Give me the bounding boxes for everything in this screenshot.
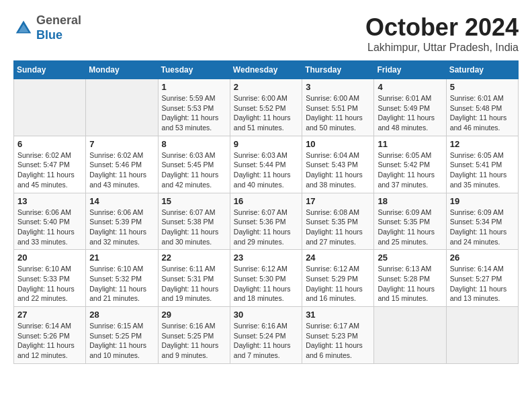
day-number: 26 [450, 253, 515, 263]
day-info: Sunrise: 6:16 AMSunset: 5:25 PMDaylight:… [162, 321, 226, 361]
col-header-monday: Monday [86, 61, 158, 79]
location: Lakhimpur, Uttar Pradesh, India [365, 42, 519, 54]
calendar-cell: 14Sunrise: 6:06 AMSunset: 5:39 PMDayligh… [86, 193, 158, 250]
calendar-cell: 6Sunrise: 6:02 AMSunset: 5:47 PMDaylight… [14, 136, 86, 193]
col-header-wednesday: Wednesday [230, 61, 302, 79]
day-info: Sunrise: 6:07 AMSunset: 5:36 PMDaylight:… [234, 208, 298, 247]
calendar-cell: 26Sunrise: 6:14 AMSunset: 5:27 PMDayligh… [446, 250, 518, 307]
calendar-cell: 4Sunrise: 6:01 AMSunset: 5:49 PMDaylight… [374, 79, 446, 136]
day-info: Sunrise: 6:02 AMSunset: 5:46 PMDaylight:… [89, 150, 154, 190]
week-row: 1Sunrise: 5:59 AMSunset: 5:53 PMDaylight… [14, 79, 519, 136]
day-info: Sunrise: 6:11 AMSunset: 5:31 PMDaylight:… [162, 264, 226, 304]
day-info: Sunrise: 6:02 AMSunset: 5:47 PMDaylight:… [17, 150, 82, 190]
week-row: 13Sunrise: 6:06 AMSunset: 5:40 PMDayligh… [14, 193, 519, 250]
day-info: Sunrise: 6:14 AMSunset: 5:26 PMDaylight:… [17, 321, 82, 361]
calendar-cell: 15Sunrise: 6:07 AMSunset: 5:38 PMDayligh… [158, 193, 230, 250]
logo-text: General Blue [36, 13, 81, 42]
day-info: Sunrise: 6:05 AMSunset: 5:41 PMDaylight:… [450, 150, 515, 190]
day-number: 24 [306, 253, 370, 263]
day-number: 31 [306, 310, 370, 320]
calendar-cell: 28Sunrise: 6:15 AMSunset: 5:25 PMDayligh… [86, 307, 158, 364]
calendar-cell: 23Sunrise: 6:12 AMSunset: 5:30 PMDayligh… [230, 250, 302, 307]
calendar-cell [446, 307, 518, 364]
day-number: 25 [378, 253, 442, 263]
day-info: Sunrise: 6:10 AMSunset: 5:33 PMDaylight:… [17, 264, 82, 304]
day-number: 15 [162, 196, 226, 206]
logo-icon [13, 18, 34, 38]
day-number: 19 [450, 196, 515, 206]
calendar-cell: 13Sunrise: 6:06 AMSunset: 5:40 PMDayligh… [14, 193, 86, 250]
day-info: Sunrise: 6:13 AMSunset: 5:28 PMDaylight:… [378, 264, 442, 304]
title-block: October 2024 Lakhimpur, Uttar Pradesh, I… [365, 13, 519, 54]
week-row: 6Sunrise: 6:02 AMSunset: 5:47 PMDaylight… [14, 136, 519, 193]
calendar-cell [86, 79, 158, 136]
day-info: Sunrise: 6:17 AMSunset: 5:23 PMDaylight:… [306, 321, 370, 361]
day-info: Sunrise: 6:12 AMSunset: 5:29 PMDaylight:… [306, 264, 370, 304]
calendar-cell: 22Sunrise: 6:11 AMSunset: 5:31 PMDayligh… [158, 250, 230, 307]
calendar: SundayMondayTuesdayWednesdayThursdayFrid… [13, 60, 519, 364]
day-number: 10 [306, 139, 370, 149]
day-number: 9 [234, 139, 298, 149]
header-row: SundayMondayTuesdayWednesdayThursdayFrid… [14, 61, 519, 79]
day-info: Sunrise: 6:12 AMSunset: 5:30 PMDaylight:… [234, 264, 298, 304]
calendar-cell: 19Sunrise: 6:09 AMSunset: 5:34 PMDayligh… [446, 193, 518, 250]
day-info: Sunrise: 6:10 AMSunset: 5:32 PMDaylight:… [89, 264, 154, 304]
calendar-cell: 27Sunrise: 6:14 AMSunset: 5:26 PMDayligh… [14, 307, 86, 364]
day-number: 23 [234, 253, 298, 263]
col-header-sunday: Sunday [14, 61, 86, 79]
day-number: 17 [306, 196, 370, 206]
calendar-header: SundayMondayTuesdayWednesdayThursdayFrid… [14, 61, 519, 79]
day-number: 12 [450, 139, 515, 149]
week-row: 20Sunrise: 6:10 AMSunset: 5:33 PMDayligh… [14, 250, 519, 307]
calendar-cell: 11Sunrise: 6:05 AMSunset: 5:42 PMDayligh… [374, 136, 446, 193]
calendar-cell: 21Sunrise: 6:10 AMSunset: 5:32 PMDayligh… [86, 250, 158, 307]
week-row: 27Sunrise: 6:14 AMSunset: 5:26 PMDayligh… [14, 307, 519, 364]
calendar-cell: 29Sunrise: 6:16 AMSunset: 5:25 PMDayligh… [158, 307, 230, 364]
col-header-friday: Friday [374, 61, 446, 79]
day-number: 27 [17, 310, 82, 320]
day-number: 2 [234, 82, 298, 92]
day-number: 29 [162, 310, 226, 320]
day-number: 7 [89, 139, 154, 149]
col-header-tuesday: Tuesday [158, 61, 230, 79]
day-number: 13 [17, 196, 82, 206]
calendar-cell: 24Sunrise: 6:12 AMSunset: 5:29 PMDayligh… [302, 250, 374, 307]
day-info: Sunrise: 6:14 AMSunset: 5:27 PMDaylight:… [450, 264, 515, 304]
day-info: Sunrise: 6:16 AMSunset: 5:24 PMDaylight:… [234, 321, 298, 361]
col-header-thursday: Thursday [302, 61, 374, 79]
logo: General Blue [13, 13, 81, 42]
day-info: Sunrise: 6:01 AMSunset: 5:48 PMDaylight:… [450, 93, 515, 133]
calendar-cell: 7Sunrise: 6:02 AMSunset: 5:46 PMDaylight… [86, 136, 158, 193]
page-header: General Blue October 2024 Lakhimpur, Utt… [13, 13, 519, 54]
day-number: 1 [162, 82, 226, 92]
day-info: Sunrise: 6:00 AMSunset: 5:52 PMDaylight:… [234, 93, 298, 133]
calendar-cell: 16Sunrise: 6:07 AMSunset: 5:36 PMDayligh… [230, 193, 302, 250]
day-number: 20 [17, 253, 82, 263]
day-info: Sunrise: 5:59 AMSunset: 5:53 PMDaylight:… [162, 93, 226, 133]
calendar-cell: 25Sunrise: 6:13 AMSunset: 5:28 PMDayligh… [374, 250, 446, 307]
calendar-cell [374, 307, 446, 364]
day-info: Sunrise: 6:00 AMSunset: 5:51 PMDaylight:… [306, 93, 370, 133]
calendar-cell: 20Sunrise: 6:10 AMSunset: 5:33 PMDayligh… [14, 250, 86, 307]
calendar-cell: 1Sunrise: 5:59 AMSunset: 5:53 PMDaylight… [158, 79, 230, 136]
day-number: 16 [234, 196, 298, 206]
calendar-cell: 10Sunrise: 6:04 AMSunset: 5:43 PMDayligh… [302, 136, 374, 193]
day-number: 5 [450, 82, 515, 92]
col-header-saturday: Saturday [446, 61, 518, 79]
day-number: 6 [17, 139, 82, 149]
day-number: 30 [234, 310, 298, 320]
day-number: 8 [162, 139, 226, 149]
calendar-cell: 3Sunrise: 6:00 AMSunset: 5:51 PMDaylight… [302, 79, 374, 136]
day-info: Sunrise: 6:01 AMSunset: 5:49 PMDaylight:… [378, 93, 442, 133]
day-info: Sunrise: 6:09 AMSunset: 5:34 PMDaylight:… [450, 208, 515, 247]
calendar-cell: 2Sunrise: 6:00 AMSunset: 5:52 PMDaylight… [230, 79, 302, 136]
day-info: Sunrise: 6:09 AMSunset: 5:35 PMDaylight:… [378, 208, 442, 247]
day-info: Sunrise: 6:04 AMSunset: 5:43 PMDaylight:… [306, 150, 370, 190]
day-info: Sunrise: 6:07 AMSunset: 5:38 PMDaylight:… [162, 208, 226, 247]
calendar-cell: 17Sunrise: 6:08 AMSunset: 5:35 PMDayligh… [302, 193, 374, 250]
calendar-cell: 12Sunrise: 6:05 AMSunset: 5:41 PMDayligh… [446, 136, 518, 193]
day-info: Sunrise: 6:15 AMSunset: 5:25 PMDaylight:… [89, 321, 154, 361]
day-number: 3 [306, 82, 370, 92]
day-number: 11 [378, 139, 442, 149]
calendar-cell: 8Sunrise: 6:03 AMSunset: 5:45 PMDaylight… [158, 136, 230, 193]
